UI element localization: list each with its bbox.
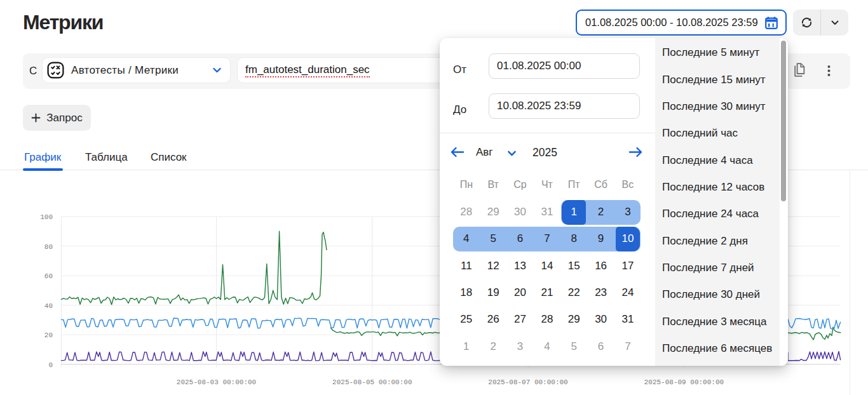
svg-text:2025-08-07 00:00:00: 2025-08-07 00:00:00 (488, 378, 567, 386)
svg-text:0: 0 (48, 361, 53, 369)
svg-text:80: 80 (44, 243, 53, 251)
svg-text:2025-08-09 00:00:00: 2025-08-09 00:00:00 (644, 378, 724, 386)
svg-text:2025-08-05 00:00:00: 2025-08-05 00:00:00 (332, 378, 412, 386)
svg-text:2025-08-03 00:00:00: 2025-08-03 00:00:00 (177, 378, 256, 386)
svg-text:60: 60 (44, 272, 53, 280)
svg-text:20: 20 (44, 331, 53, 339)
svg-text:100: 100 (40, 213, 53, 221)
svg-text:40: 40 (44, 302, 53, 310)
